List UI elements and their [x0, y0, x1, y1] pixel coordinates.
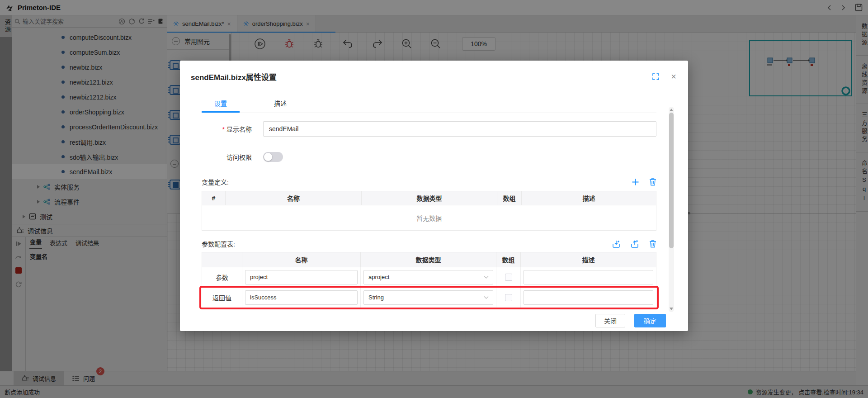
scrollbar-thumb[interactable]	[669, 113, 674, 248]
params-table: 名称 数据类型 数组 描述 参数 aproject	[202, 252, 656, 308]
chevron-down-icon	[484, 275, 489, 279]
params-section-header: 参数配置表:	[202, 239, 656, 248]
selected-type: aproject	[368, 274, 389, 280]
param-row: 参数 aproject	[202, 267, 656, 287]
column-header: 名称	[242, 252, 361, 267]
row-kind-label: 返回值	[202, 287, 242, 308]
dialog-tab-settings[interactable]: 设置	[202, 95, 240, 113]
array-checkbox[interactable]	[505, 294, 512, 301]
variables-section-header: 变量定义:	[202, 177, 656, 186]
variables-label: 变量定义:	[202, 177, 229, 186]
column-header: 名称	[226, 191, 362, 205]
import-params-icon[interactable]	[612, 240, 621, 248]
delete-variable-icon[interactable]	[649, 178, 656, 186]
column-header	[202, 252, 242, 267]
access-permission-toggle[interactable]	[263, 152, 283, 162]
column-header: 描述	[522, 191, 656, 205]
array-checkbox[interactable]	[505, 274, 512, 281]
dialog-tab-description[interactable]: 描述	[261, 95, 299, 113]
return-name-input[interactable]	[245, 290, 358, 305]
params-label: 参数配置表:	[202, 239, 235, 248]
row-kind-label: 参数	[202, 267, 242, 287]
add-variable-icon[interactable]	[632, 178, 639, 186]
ok-button[interactable]: 确定	[634, 314, 666, 327]
display-name-label: *显示名称	[202, 124, 252, 133]
fullscreen-icon[interactable]	[652, 73, 659, 80]
chevron-down-icon	[484, 296, 489, 299]
scroll-down-icon[interactable]	[670, 308, 673, 310]
return-type-select[interactable]: String	[363, 290, 493, 305]
param-row-wrap: 参数 aproject	[202, 267, 656, 287]
display-name-input[interactable]	[263, 121, 656, 137]
access-permission-row: 访问权限	[202, 152, 656, 162]
primeton-ide-window: Primeton-IDE 资源	[0, 0, 868, 398]
param-name-input[interactable]	[245, 270, 358, 284]
column-header: 数据类型	[362, 191, 497, 205]
close-dialog-icon[interactable]: ×	[671, 72, 676, 81]
column-header: 数据类型	[361, 252, 496, 267]
close-button[interactable]: 关闭	[595, 314, 625, 327]
variables-table: # 名称 数据类型 数组 描述 暂无数据	[202, 191, 656, 231]
column-header: 数组	[496, 252, 521, 267]
params-table-header: 名称 数据类型 数组 描述	[202, 252, 656, 267]
variables-table-header: # 名称 数据类型 数组 描述	[202, 191, 656, 205]
dialog-body: *显示名称 访问权限 变量定义: # 名称 数据类型 数组	[180, 121, 688, 308]
scroll-up-icon[interactable]	[670, 109, 673, 111]
required-asterisk: *	[222, 126, 225, 133]
return-row-highlighted: 返回值 String	[202, 287, 656, 308]
dialog-footer: 关闭 确定	[180, 308, 688, 327]
dialog-header: sendEMail.bizx属性设置 ×	[180, 61, 688, 92]
empty-state: 暂无数据	[202, 205, 656, 231]
access-permission-label: 访问权限	[202, 152, 252, 161]
dialog-tabs: 设置 描述	[202, 95, 656, 113]
dialog-title: sendEMail.bizx属性设置	[191, 71, 277, 82]
export-params-icon[interactable]	[631, 240, 639, 248]
return-desc-input[interactable]	[524, 290, 653, 305]
selected-type: String	[368, 294, 384, 301]
properties-dialog: sendEMail.bizx属性设置 × 设置 描述 *显示名称 访问权限	[180, 61, 688, 331]
column-header: 描述	[521, 252, 656, 267]
column-header: 数组	[497, 191, 522, 205]
delete-params-icon[interactable]	[649, 240, 656, 248]
display-name-row: *显示名称	[202, 121, 656, 137]
param-desc-input[interactable]	[524, 270, 653, 284]
column-header: #	[202, 191, 226, 205]
dialog-scrollbar[interactable]	[669, 107, 674, 312]
return-row-wrap: 返回值 String	[202, 287, 656, 308]
param-type-select[interactable]: aproject	[363, 270, 493, 284]
